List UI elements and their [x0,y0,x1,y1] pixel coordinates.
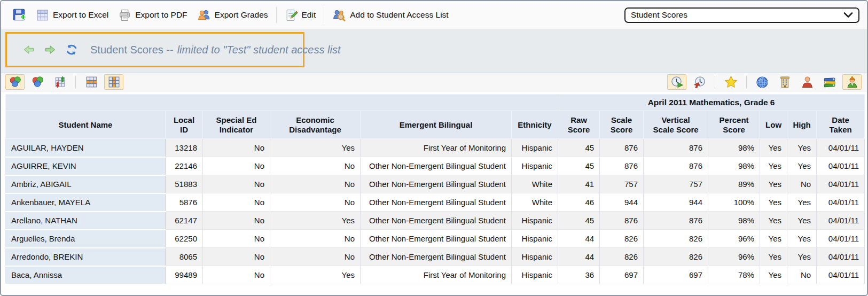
favorite-button[interactable] [721,74,740,90]
venn-view-button-selected[interactable] [5,74,25,90]
export-grades-button[interactable]: Export Grades [192,5,273,25]
data-cell: 98% [708,212,760,230]
time-cancel-button[interactable] [690,74,709,90]
data-cell: White [512,193,558,212]
export-grades-label: Export Grades [215,10,268,20]
data-cell: Yes [760,139,787,157]
data-cell: No [270,157,361,175]
data-cell: White [512,175,558,193]
data-cell: 876 [600,212,644,230]
data-cell: No [203,212,270,230]
grid-sort-button[interactable] [50,74,69,90]
time-run-button-selected[interactable] [667,74,686,90]
table-row: Ambriz, ABIGAIL51883NoNoOther Non-Emerge… [6,175,865,193]
export-pdf-button[interactable]: Export to PDF [113,5,192,25]
staff-button-selected[interactable] [842,74,862,90]
column-header-2[interactable]: Special Ed Indicator [203,111,270,139]
data-cell: 04/01/11 [817,193,865,212]
school-button[interactable] [775,74,794,90]
data-cell: 04/01/11 [817,212,865,230]
data-cell: Hispanic [512,230,558,248]
student-name-cell: Arredondo, BREKIN [6,248,166,266]
test-group-header: April 2011 Mathematics, Grade 6 [558,95,865,111]
forward-arrow-button[interactable] [43,43,57,56]
page-title-note: limited to "Test" student access list [177,44,341,56]
data-cell: Other Non-Emergent Bilingual Student [361,193,512,212]
globe-icon [755,75,769,89]
data-cell: No [203,193,270,212]
column-header-10[interactable]: Low [760,111,787,139]
table-row: AGUIRRE, KEVIN22146NoNoOther Non-Emergen… [6,157,865,175]
toolbar-separator [276,7,277,23]
student-name-cell: Ambriz, ABIGAIL [6,175,166,193]
student-name-cell: AGUIRRE, KEVIN [6,157,166,175]
data-cell: Other Non-Emergent Bilingual Student [361,248,512,266]
student-button[interactable] [797,74,817,90]
save-button[interactable] [7,5,31,25]
view-toolbar-separator [75,76,76,89]
column-header-12[interactable]: Date Taken [817,111,865,139]
export-excel-button[interactable]: Export to Excel [31,5,113,25]
column-header-8[interactable]: Vertical Scale Score [644,111,708,139]
favorite-star-icon [724,75,738,89]
column-header-7[interactable]: Scale Score [600,111,644,139]
data-cell: Other Non-Emergent Bilingual Student [361,157,512,175]
data-cell: 876 [644,139,708,157]
data-cell: 41 [558,175,600,193]
view-toolbar [1,73,867,91]
column-header-3[interactable]: Economic Disadvantage [270,111,361,139]
data-cell: 944 [644,193,708,212]
column-header-1[interactable]: Local ID [166,111,203,139]
data-cell: 04/01/11 [817,248,865,266]
data-cell: 757 [644,175,708,193]
column-header-9[interactable]: Percent Score [708,111,760,139]
venn-diagram-icon [31,75,44,89]
edit-button[interactable]: Edit [280,5,321,25]
grid-columns-button-selected[interactable] [104,74,123,90]
building-icon [778,75,792,89]
table-row: AGUILAR, HAYDEN13218NoYesFirst Year of M… [6,139,865,157]
data-cell: Yes [270,212,361,230]
refresh-icon[interactable] [65,43,79,57]
printer-icon [118,9,131,22]
venn-view-button[interactable] [28,74,47,90]
data-cell: 04/01/11 [817,266,865,284]
report-type-select[interactable]: Student Scores [624,7,859,23]
top-toolbar: Export to Excel Export to PDF Export Gra… [1,1,867,29]
data-cell: Yes [787,157,817,175]
view-toolbar-separator [715,76,715,89]
back-arrow-button[interactable] [22,43,36,56]
column-header-5[interactable]: Ethnicity [512,111,558,139]
data-cell: 98% [708,139,760,157]
books-stack-icon [823,75,836,89]
chevron-down-icon [843,12,853,18]
student-name-cell: Arellano, NATHAN [6,212,166,230]
data-cell: No [203,175,270,193]
add-student-access-label: Add to Student Access List [350,10,448,20]
student-name-cell: Ankenbauer, MAYELA [6,193,166,212]
table-row: Arredondo, BREKIN8065NoNoOther Non-Emerg… [6,248,865,266]
data-cell: 826 [644,248,708,266]
grid-rows-button[interactable] [82,74,101,90]
data-cell: No [787,266,817,284]
district-button[interactable] [753,74,772,90]
column-header-0[interactable]: Student Name [6,111,166,139]
sections-button[interactable] [820,74,839,90]
page-title: Student Scores --limited to "Test" stude… [90,44,340,56]
data-cell: 62147 [166,212,203,230]
export-excel-label: Export to Excel [53,10,108,20]
column-header-11[interactable]: High [787,111,817,139]
column-header-4[interactable]: Emergent Bilingual [361,111,512,139]
data-cell: No [203,248,270,266]
view-toolbar-right [667,74,862,90]
data-cell: Hispanic [512,139,558,157]
edit-note-icon [285,9,298,22]
column-header-6[interactable]: Raw Score [558,111,600,139]
data-cell: 89% [708,175,760,193]
data-cell: 44 [558,248,600,266]
data-cell: 100% [708,193,760,212]
data-cell: 13218 [166,139,203,157]
data-cell: 944 [600,193,644,212]
data-cell: First Year of Monitoring [361,266,512,284]
add-student-access-button[interactable]: Add to Student Access List [327,5,453,25]
